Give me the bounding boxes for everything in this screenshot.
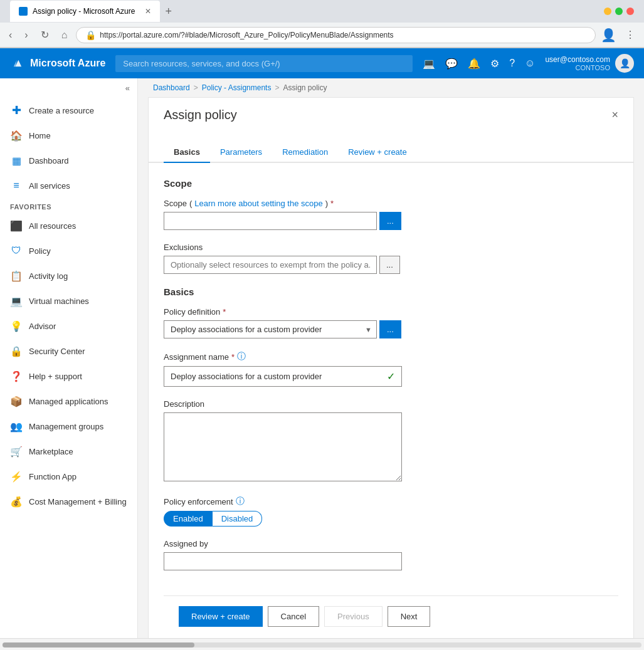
tab-basics[interactable]: Basics [164,142,210,163]
description-textarea[interactable] [164,412,402,481]
notifications-icon[interactable]: 🔔 [468,58,480,70]
tab-close-button[interactable]: ✕ [145,7,151,16]
sidebar-item-label-help-support: Help + support [29,372,82,381]
user-email: user@contoso.com [545,55,610,64]
tab-favicon [19,7,28,16]
window-minimize[interactable] [604,8,611,15]
panel-header: Assign policy × [149,98,633,122]
sidebar-item-all-resources[interactable]: ⬛ All resources [0,213,137,238]
sidebar-item-help-support[interactable]: ❓ Help + support [0,364,137,389]
enforcement-enabled-button[interactable]: Enabled [164,511,213,527]
help-icon[interactable]: ? [509,58,515,69]
new-tab-button[interactable]: + [165,5,172,18]
sidebar-item-management-groups[interactable]: 👥 Management groups [0,414,137,439]
virtual-machines-icon: 💻 [10,295,23,307]
window-close[interactable] [626,8,634,15]
exclusions-form-group: Exclusions ... [164,243,618,274]
assigned-by-form-group: Assigned by [164,539,618,570]
enforcement-label: Policy enforcement ⓘ [164,496,618,507]
settings-icon[interactable]: ⚙ [490,58,499,70]
help-support-icon: ❓ [10,370,23,382]
smile-icon[interactable]: ☺ [525,58,535,69]
sidebar-item-label-marketplace: Marketplace [29,447,73,456]
refresh-button[interactable]: ↻ [37,28,53,42]
sidebar-item-managed-applications[interactable]: 📦 Managed applications [0,389,137,414]
sidebar-item-security-center[interactable]: 🔒 Security Center [0,338,137,364]
cancel-button[interactable]: Cancel [268,606,319,627]
exclusions-input[interactable] [164,256,377,274]
panel-close-button[interactable]: × [611,108,618,122]
assignment-name-label: Assignment name * ⓘ [164,351,618,362]
sidebar-item-advisor[interactable]: 💡 Advisor [0,313,137,338]
assign-policy-panel: Assign policy × Basics Parameters Remedi… [148,97,634,638]
window-maximize[interactable] [615,8,623,15]
assignment-name-field[interactable]: Deploy associations for a custom provide… [164,366,402,387]
sidebar-item-label-function-app: Function App [29,472,77,481]
policy-def-required-marker: * [223,307,226,317]
enforcement-info-icon[interactable]: ⓘ [236,496,245,507]
previous-button: Previous [324,606,383,627]
scope-browse-button[interactable]: ... [379,212,401,230]
sidebar-item-activity-log[interactable]: 📋 Activity log [0,263,137,288]
policy-def-select[interactable]: Deploy associations for a custom provide… [164,320,377,338]
cost-billing-icon: 💰 [10,495,23,508]
scrollbar-thumb[interactable] [3,642,194,647]
azure-logo[interactable]: Microsoft Azure [10,56,105,71]
global-search-input[interactable] [115,55,413,72]
review-create-button[interactable]: Review + create [179,606,263,627]
tab-review-create[interactable]: Review + create [338,142,417,163]
enforcement-disabled-button[interactable]: Disabled [213,511,263,527]
user-avatar[interactable]: 👤 [615,54,634,73]
activity-log-icon: 📋 [10,270,23,282]
sidebar-item-label-security-center: Security Center [29,347,85,356]
tab-parameters[interactable]: Parameters [210,142,272,163]
breadcrumb: Dashboard > Policy - Assignments > Assig… [138,78,644,97]
marketplace-icon: 🛒 [10,445,23,458]
active-tab[interactable]: Assign policy - Microsoft Azure ✕ [10,1,160,22]
scope-label: Scope ( Learn more about setting the sco… [164,199,618,208]
home-button[interactable]: ⌂ [58,28,71,42]
scope-form-group: Scope ( Learn more about setting the sco… [164,199,618,230]
cloud-shell-icon[interactable]: 💻 [423,58,435,70]
extensions-button[interactable]: ⋮ [621,28,639,42]
sidebar-item-home[interactable]: 🏠 Home [0,123,137,148]
scope-input[interactable] [164,212,377,230]
dashboard-icon: ▦ [10,154,23,167]
policy-def-label: Policy definition * [164,307,618,317]
form-content: Scope Scope ( Learn more about setting t… [149,163,633,638]
sidebar-item-create-resource[interactable]: ✚ Create a resource [0,98,137,123]
scope-learn-more-link[interactable]: Learn more about setting the scope [194,199,323,208]
tabs-bar: Basics Parameters Remediation Review + c… [149,132,633,163]
exclusions-browse-button[interactable]: ... [379,256,400,274]
sidebar-item-all-services[interactable]: ≡ All services [0,173,137,198]
sidebar-item-cost-billing[interactable]: 💰 Cost Management + Billing [0,489,137,514]
sidebar-item-label-all-services: All services [29,181,70,191]
tab-title: Assign policy - Microsoft Azure [33,7,135,16]
forward-button[interactable]: › [21,28,31,42]
sidebar-collapse-button[interactable]: « [0,78,137,98]
sidebar-item-virtual-machines[interactable]: 💻 Virtual machines [0,288,137,313]
panel-title: Assign policy [164,108,237,122]
tab-remediation[interactable]: Remediation [272,142,338,163]
breadcrumb-dashboard[interactable]: Dashboard [153,83,190,92]
assignment-name-info-icon[interactable]: ⓘ [237,351,246,362]
breadcrumb-policy-assignments[interactable]: Policy - Assignments [202,83,272,92]
address-bar[interactable]: 🔒 https://portal.azure.com/?#blade/Micro… [76,27,596,43]
next-button[interactable]: Next [388,606,431,627]
back-button[interactable]: ‹ [5,28,16,42]
policy-def-browse-button[interactable]: ... [379,320,401,338]
sidebar: « ✚ Create a resource 🏠 Home ▦ Dashboard… [0,78,138,638]
policy-icon: 🛡 [10,244,23,257]
sidebar-item-marketplace[interactable]: 🛒 Marketplace [0,439,137,464]
all-resources-icon: ⬛ [10,219,23,232]
assigned-by-input[interactable] [164,552,402,570]
management-groups-icon: 👥 [10,420,23,432]
feedback-icon[interactable]: 💬 [445,58,458,70]
user-info[interactable]: user@contoso.com CONTOSO 👤 [545,54,634,73]
sidebar-item-function-app[interactable]: ⚡ Function App [0,464,137,489]
sidebar-item-policy[interactable]: 🛡 Policy [0,238,137,263]
sidebar-item-dashboard[interactable]: ▦ Dashboard [0,148,137,173]
enforcement-form-group: Policy enforcement ⓘ Enabled Disabled [164,496,618,527]
exclusions-label: Exclusions [164,243,618,252]
horizontal-scrollbar[interactable] [0,638,644,650]
